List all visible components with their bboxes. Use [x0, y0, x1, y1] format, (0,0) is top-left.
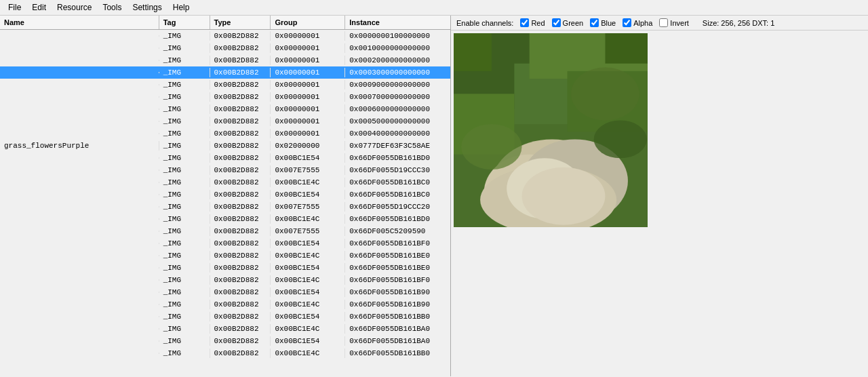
cell-type: 0x00B2D882	[210, 324, 271, 334]
cell-type: 0x00B2D882	[210, 349, 271, 358]
table-row[interactable]: _IMG0x00B2D8820x000000010x00000001000000…	[0, 30, 450, 42]
cell-group: 0x00BC1E4C	[271, 251, 345, 260]
table-row[interactable]: _IMG0x00B2D8820x000000010x00100000000000…	[0, 42, 450, 54]
red-checkbox[interactable]	[520, 18, 529, 27]
cell-tag: _IMG	[159, 178, 210, 187]
menu-settings[interactable]: Settings	[127, 1, 167, 14]
alpha-checkbox[interactable]	[623, 18, 631, 27]
table-row[interactable]: _IMG0x00B2D8820x00BC1E540x66DF0055DB161B…	[0, 152, 450, 164]
cell-tag: _IMG	[159, 226, 210, 236]
cell-group: 0x00000001	[271, 68, 345, 77]
table-body[interactable]: _IMG0x00B2D8820x000000010x00000001000000…	[0, 30, 450, 376]
cell-tag: _IMG	[159, 129, 210, 138]
table-row[interactable]: _IMG0x00B2D8820x00BC1E4C0x66DF0055DB161B…	[0, 250, 450, 262]
table-row[interactable]: _IMG0x00B2D8820x000000010x00090000000000…	[0, 79, 450, 91]
cell-instance: 0x66DF0055DB161BC0	[345, 178, 450, 187]
table-row[interactable]: _IMG0x00B2D8820x000000010x00020000000000…	[0, 54, 450, 66]
main-layout: Name Tag Type Group Instance _IMG0x00B2D…	[0, 16, 868, 376]
table-row[interactable]: _IMG0x00B2D8820x00BC1E540x66DF0055DB161B…	[0, 188, 450, 201]
table-row[interactable]: _IMG0x00B2D8820x00BC1E540x66DF0055DB161B…	[0, 262, 450, 274]
cell-group: 0x007E7555	[271, 202, 345, 212]
cell-name	[0, 47, 159, 49]
cell-name	[0, 255, 159, 256]
cell-type: 0x00B2D882	[210, 312, 271, 321]
menu-file[interactable]: File	[3, 1, 26, 14]
cell-group: 0x007E7555	[271, 165, 345, 175]
table-row[interactable]: _IMG0x00B2D8820x00BC1E540x66DF0055DB161B…	[0, 311, 450, 323]
table-row[interactable]: _IMG0x00B2D8820x007E75550x66DF005C520959…	[0, 225, 450, 237]
table-row[interactable]: _IMG0x00B2D8820x00BC1E4C0x66DF0055DB161B…	[0, 274, 450, 286]
svg-point-11	[522, 167, 606, 225]
table-row[interactable]: _IMG0x00B2D8820x007E75550x66DF0055D19CCC…	[0, 164, 450, 176]
table-row[interactable]: _IMG0x00B2D8820x00BC1E540x66DF0055DB161B…	[0, 237, 450, 250]
cell-type: 0x00B2D882	[210, 153, 271, 163]
blue-checkbox[interactable]	[590, 18, 599, 27]
cell-tag: _IMG	[159, 80, 210, 90]
cell-tag: _IMG	[159, 117, 210, 126]
invert-checkbox[interactable]	[659, 18, 668, 27]
table-row[interactable]: _IMG0x00B2D8820x000000010x00030000000000…	[0, 66, 450, 79]
table-row[interactable]: _IMG0x00B2D8820x000000010x00050000000000…	[0, 115, 450, 127]
cell-instance: 0x66DF0055DB161BD0	[345, 214, 450, 224]
invert-channel-check[interactable]: Invert	[659, 18, 689, 27]
cell-type: 0x00B2D882	[210, 43, 271, 53]
cell-group: 0x02000000	[271, 141, 345, 151]
cell-name	[0, 182, 159, 183]
cell-name	[0, 231, 159, 232]
menu-tools[interactable]: Tools	[97, 1, 127, 14]
table-row[interactable]: _IMG0x00B2D8820x00BC1E540x66DF0055DB161B…	[0, 335, 450, 347]
cell-instance: 0x0006000000000000	[345, 104, 450, 114]
green-checkbox[interactable]	[552, 18, 561, 27]
table-row[interactable]: grass_flowersPurple_IMG0x00B2D8820x02000…	[0, 140, 450, 152]
blue-channel-check[interactable]: Blue	[590, 18, 616, 27]
table-row[interactable]: _IMG0x00B2D8820x00BC1E4C0x66DF0055DB161B…	[0, 213, 450, 225]
cell-type: 0x00B2D882	[210, 226, 271, 236]
cell-name	[0, 133, 159, 134]
cell-group: 0x00BC1E4C	[271, 300, 345, 309]
cell-name	[0, 340, 159, 342]
cell-instance: 0x0007000000000000	[345, 92, 450, 102]
col-header-instance: Instance	[345, 16, 450, 29]
table-row[interactable]: _IMG0x00B2D8820x000000010x00070000000000…	[0, 91, 450, 103]
green-channel-check[interactable]: Green	[552, 18, 584, 27]
cell-group: 0x00000001	[271, 117, 345, 126]
cell-type: 0x00B2D882	[210, 80, 271, 90]
cell-tag: _IMG	[159, 214, 210, 224]
cell-tag: _IMG	[159, 263, 210, 273]
cell-tag: _IMG	[159, 92, 210, 102]
table-row[interactable]: _IMG0x00B2D8820x007E75550x66DF0055D19CCC…	[0, 201, 450, 213]
menu-help[interactable]: Help	[167, 1, 195, 14]
cell-instance: 0x66DF0055D19CCC20	[345, 202, 450, 212]
alpha-label: Alpha	[633, 19, 652, 27]
cell-name	[0, 292, 159, 293]
cell-name	[0, 353, 159, 354]
cell-instance: 0x0777DEF63F3C58AE	[345, 141, 450, 151]
table-row[interactable]: _IMG0x00B2D8820x00BC1E4C0x66DF0055DB161B…	[0, 347, 450, 359]
cell-instance: 0x66DF0055DB161BD0	[345, 153, 450, 163]
cell-tag: _IMG	[159, 165, 210, 175]
table-row[interactable]: _IMG0x00B2D8820x00BC1E4C0x66DF0055DB161B…	[0, 323, 450, 335]
table-row[interactable]: _IMG0x00B2D8820x00BC1E4C0x66DF0055DB161B…	[0, 176, 450, 188]
red-channel-check[interactable]: Red	[520, 18, 545, 27]
table-row[interactable]: _IMG0x00B2D8820x00BC1E4C0x66DF0055DB161B…	[0, 298, 450, 311]
col-header-tag: Tag	[159, 16, 210, 29]
cell-name	[0, 194, 159, 195]
cell-instance: 0x66DF0055DB161BB0	[345, 312, 450, 321]
cell-instance: 0x66DF0055DB161BA0	[345, 336, 450, 346]
cell-group: 0x00000001	[271, 43, 345, 53]
table-row[interactable]: _IMG0x00B2D8820x00BC1E540x66DF0055DB161B…	[0, 286, 450, 298]
menu-resource[interactable]: Resource	[52, 1, 97, 14]
menu-edit[interactable]: Edit	[26, 1, 52, 14]
svg-point-14	[461, 124, 521, 170]
cell-group: 0x007E7555	[271, 226, 345, 236]
table-row[interactable]: _IMG0x00B2D8820x000000010x00060000000000…	[0, 103, 450, 115]
cell-name	[0, 84, 159, 85]
cell-instance: 0x66DF0055D19CCC30	[345, 165, 450, 175]
table-row[interactable]: _IMG0x00B2D8820x000000010x00040000000000…	[0, 127, 450, 140]
cell-name	[0, 267, 159, 269]
cell-tag: _IMG	[159, 43, 210, 53]
cell-group: 0x00BC1E4C	[271, 324, 345, 334]
cell-type: 0x00B2D882	[210, 56, 271, 65]
alpha-channel-check[interactable]: Alpha	[623, 18, 652, 27]
cell-tag: _IMG	[159, 202, 210, 212]
